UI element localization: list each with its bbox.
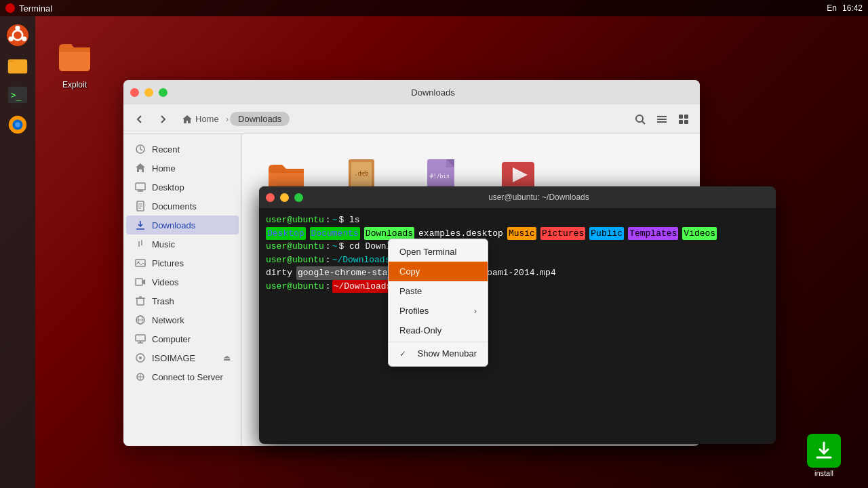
terminal-maximize-button[interactable] bbox=[294, 193, 303, 202]
svg-text:>_: >_ bbox=[11, 90, 22, 101]
sidebar-item-desktop[interactable]: Desktop bbox=[126, 178, 239, 197]
ctx-paste[interactable]: Paste bbox=[389, 281, 488, 301]
sidebar-item-downloads[interactable]: Downloads bbox=[126, 216, 239, 235]
terminal-minimize-button[interactable] bbox=[280, 193, 289, 202]
sidebar-computer-label: Computer bbox=[152, 334, 191, 344]
terminal-line-6: user@ubuntu : ~/Downloads $ bbox=[266, 280, 769, 293]
file-manager-titlebar: Downloads bbox=[123, 80, 700, 104]
svg-rect-16 bbox=[657, 121, 667, 123]
desktop: Terminal En 16:42 bbox=[0, 0, 868, 488]
search-button[interactable] bbox=[631, 110, 650, 129]
breadcrumb-separator: › bbox=[226, 114, 229, 124]
sidebar-downloads-label: Downloads bbox=[152, 220, 195, 230]
term-dir-templates: Templates bbox=[628, 227, 678, 241]
minimize-button[interactable] bbox=[144, 88, 153, 97]
ctx-show-menubar[interactable]: ✓ Show Menubar bbox=[389, 344, 488, 363]
term-user-4: user@ubuntu bbox=[266, 253, 324, 267]
ctx-open-terminal[interactable]: Open Terminal bbox=[389, 242, 488, 262]
terminal-line-4: user@ubuntu : ~/Downloads $ ls bbox=[266, 253, 769, 267]
term-dir-1: ~ bbox=[332, 214, 338, 227]
terminal-close-button[interactable] bbox=[266, 193, 275, 202]
sidebar-item-recent[interactable]: Recent bbox=[126, 140, 239, 159]
dock-ubuntu[interactable] bbox=[4, 22, 31, 49]
svg-point-12 bbox=[636, 115, 643, 122]
install-widget[interactable]: install bbox=[807, 434, 841, 477]
music-icon bbox=[134, 238, 146, 250]
sidebar-recent-label: Recent bbox=[152, 144, 180, 155]
terminal-line-2: Desktop Documents Downloads examples.des… bbox=[266, 227, 769, 241]
taskbar-dot bbox=[5, 3, 15, 13]
sidebar-item-computer[interactable]: Computer bbox=[126, 329, 239, 348]
terminal-window: user@ubuntu: ~/Downloads user@ubuntu : ~… bbox=[259, 186, 776, 444]
svg-rect-14 bbox=[657, 116, 667, 117]
desktop-exploit-icon[interactable]: Exploit bbox=[47, 34, 102, 89]
breadcrumb-home[interactable]: Home bbox=[176, 111, 224, 127]
breadcrumb-home-label: Home bbox=[195, 114, 219, 124]
svg-point-11 bbox=[15, 122, 20, 127]
ctx-readonly[interactable]: Read-Only bbox=[389, 321, 488, 340]
taskbar-right: En 16:42 bbox=[827, 3, 863, 13]
term-dir-videos: Videos bbox=[682, 227, 717, 241]
ctx-copy[interactable]: Copy bbox=[389, 262, 488, 281]
sidebar-item-trash[interactable]: Trash bbox=[126, 291, 239, 310]
list-view-button[interactable] bbox=[652, 110, 671, 129]
term-user-3: user@ubuntu bbox=[266, 240, 324, 253]
term-chrome-selected: google-chrome-sta bbox=[296, 266, 389, 280]
terminal-body[interactable]: user@ubuntu : ~ $ ls Desktop Documents D… bbox=[259, 208, 776, 444]
svg-rect-6 bbox=[8, 62, 27, 73]
desktop-icon-sidebar bbox=[134, 181, 146, 193]
svg-point-4 bbox=[9, 37, 14, 41]
ctx-profiles[interactable]: Profiles › bbox=[389, 301, 488, 321]
svg-line-13 bbox=[642, 121, 645, 124]
sidebar-pictures-label: Pictures bbox=[152, 258, 184, 268]
file-manager-toolbar: Home › Downloads bbox=[123, 104, 700, 134]
sidebar-network-label: Network bbox=[152, 315, 184, 325]
close-button[interactable] bbox=[130, 88, 139, 97]
svg-text:#!/bin: #!/bin bbox=[430, 174, 450, 180]
sidebar-item-videos[interactable]: Videos bbox=[126, 272, 239, 291]
svg-rect-18 bbox=[684, 115, 688, 119]
forward-button[interactable] bbox=[153, 110, 172, 129]
back-button[interactable] bbox=[130, 110, 149, 129]
sidebar-item-home[interactable]: Home bbox=[126, 159, 239, 178]
eject-icon[interactable]: ⏏ bbox=[223, 353, 231, 363]
term-colon-3: : bbox=[326, 240, 331, 253]
taskbar: Terminal En 16:42 bbox=[0, 0, 868, 16]
dock-terminal[interactable]: >_ bbox=[4, 81, 31, 108]
terminal-line-5: dirty google-chrome-sta RosaImageWriter … bbox=[266, 266, 769, 280]
term-user-1: user@ubuntu bbox=[266, 214, 324, 227]
taskbar-title: Terminal bbox=[19, 3, 52, 14]
svg-point-3 bbox=[22, 37, 26, 41]
sidebar-item-pictures[interactable]: Pictures bbox=[126, 253, 239, 272]
sidebar-item-music[interactable]: Music bbox=[126, 235, 239, 253]
ctx-open-terminal-label: Open Terminal bbox=[399, 247, 456, 257]
breadcrumb-current[interactable]: Downloads bbox=[230, 112, 290, 126]
maximize-button[interactable] bbox=[159, 88, 167, 97]
home-icon bbox=[134, 162, 146, 174]
sidebar-item-isoimage[interactable]: ISOIMAGE ⏏ bbox=[126, 348, 239, 367]
file-manager-title: Downloads bbox=[173, 87, 693, 98]
term-dir-6: ~/Downloads bbox=[332, 280, 393, 293]
connect-icon bbox=[134, 371, 146, 383]
svg-rect-33 bbox=[137, 298, 144, 305]
computer-icon bbox=[134, 333, 146, 345]
ctx-readonly-label: Read-Only bbox=[399, 325, 441, 336]
term-colon-1: : bbox=[326, 214, 331, 227]
recent-icon bbox=[134, 143, 146, 155]
term-user-6: user@ubuntu bbox=[266, 280, 324, 293]
sidebar-item-network[interactable]: Network bbox=[126, 310, 239, 329]
videos-icon bbox=[134, 276, 146, 288]
sidebar-item-connect[interactable]: Connect to Server bbox=[126, 367, 239, 386]
svg-rect-32 bbox=[136, 279, 142, 285]
dock-firefox[interactable] bbox=[4, 111, 31, 138]
sidebar-item-documents[interactable]: Documents bbox=[126, 197, 239, 216]
downloads-icon bbox=[134, 219, 146, 231]
file-manager-sidebar: Recent Home Desktop bbox=[123, 134, 242, 446]
trash-icon bbox=[134, 295, 146, 307]
grid-view-button[interactable] bbox=[674, 110, 693, 129]
ctx-profiles-arrow: › bbox=[474, 306, 477, 316]
dock-files[interactable] bbox=[4, 52, 31, 79]
term-dir-pictures: Pictures bbox=[540, 227, 585, 241]
term-whoami: whoami-2014.mp4 bbox=[477, 266, 556, 280]
term-cmd-1: $ ls bbox=[338, 214, 359, 227]
